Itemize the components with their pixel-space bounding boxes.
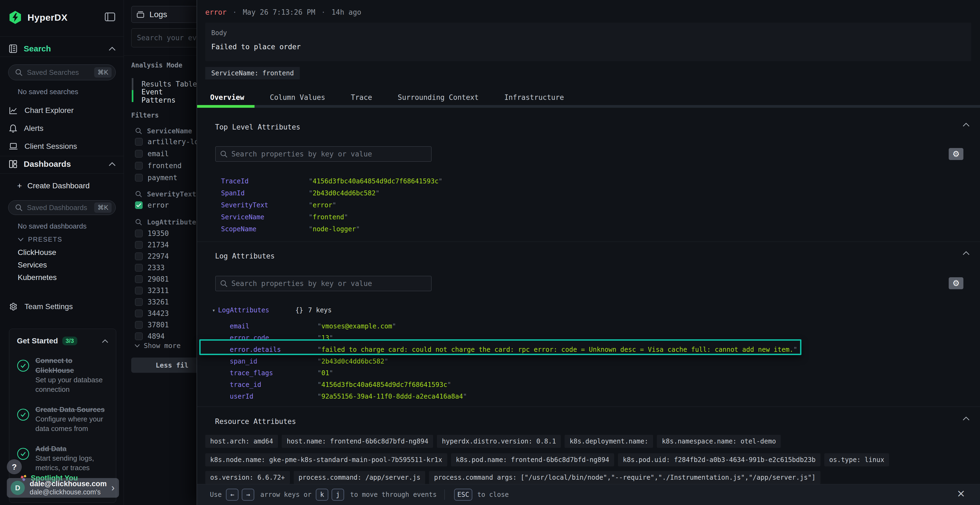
- log-attrs-search-box[interactable]: [215, 276, 431, 291]
- filter-option-artillery[interactable]: artillery-loa: [135, 137, 203, 146]
- checkbox[interactable]: [135, 310, 143, 317]
- filter-option-19350[interactable]: 19350: [135, 229, 169, 238]
- resource-tag[interactable]: k8s.deployment.name:: [565, 435, 653, 448]
- resource-tag[interactable]: hyperdx.distro.version: 0.8.1: [437, 435, 561, 448]
- filter-option-32311[interactable]: 32311: [135, 286, 169, 295]
- checkbox[interactable]: [135, 252, 143, 260]
- arrow-right-key: →: [242, 489, 254, 501]
- chevron-down-icon: [134, 344, 140, 348]
- tab-overview[interactable]: Overview: [210, 93, 244, 102]
- help-button[interactable]: ?: [7, 459, 22, 474]
- checkbox[interactable]: [135, 162, 143, 170]
- tab-trace[interactable]: Trace: [351, 93, 372, 102]
- filter-option-2333[interactable]: 2333: [135, 264, 165, 272]
- create-dashboard-button[interactable]: + Create Dashboard: [17, 181, 89, 191]
- app-logo[interactable]: HyperDX: [9, 10, 116, 24]
- get-started-step-add-data[interactable]: Add Data Start sending logs, metrics, or…: [17, 444, 108, 473]
- sidebar-item-dashboards[interactable]: Dashboards: [0, 156, 124, 172]
- top-level-search-box[interactable]: [215, 146, 431, 162]
- sidebar-item-team-settings[interactable]: Team Settings: [0, 301, 124, 313]
- mode-event-patterns[interactable]: Event Patterns: [132, 90, 197, 102]
- plus-icon: +: [17, 181, 22, 191]
- saved-dashboards-search[interactable]: ⌘K: [8, 200, 116, 215]
- bell-icon: [9, 124, 17, 133]
- checkbox[interactable]: [135, 241, 143, 249]
- filter-option-37801[interactable]: 37801: [135, 321, 169, 329]
- preset-clickhouse[interactable]: ClickHouse: [18, 248, 56, 257]
- checkbox[interactable]: [135, 298, 143, 306]
- service-name-chip[interactable]: ServiceName: frontend: [205, 67, 300, 79]
- user-team: dale@clickhouse.com's: [30, 488, 111, 496]
- collapse-section-icon[interactable]: [963, 122, 970, 127]
- tab-infrastructure[interactable]: Infrastructure: [504, 93, 564, 102]
- filter-option-frontend[interactable]: frontend: [135, 161, 181, 170]
- resource-tag[interactable]: k8s.namespace.name: otel-demo: [657, 435, 781, 448]
- preset-kubernetes[interactable]: Kubernetes: [18, 273, 57, 282]
- detail-tabs: Overview Column Values Trace Surrounding…: [197, 90, 980, 105]
- chevron-up-icon: [109, 162, 116, 166]
- tab-surrounding-context[interactable]: Surrounding Context: [398, 93, 479, 102]
- presets-toggle[interactable]: PRESETS: [18, 236, 62, 243]
- log-attributes-tree-root[interactable]: ▾ LogAttributes {} 7 keys: [212, 306, 332, 314]
- checkbox[interactable]: [135, 275, 143, 283]
- analysis-mode-label: Analysis Mode: [131, 62, 182, 69]
- resource-tag[interactable]: host.name: frontend-6b6c8d7bfd-ng894: [282, 435, 433, 448]
- close-icon[interactable]: ×: [956, 488, 965, 499]
- checkbox[interactable]: [135, 264, 143, 272]
- filter-option-22974[interactable]: 22974: [135, 252, 169, 260]
- resource-tag[interactable]: os.type: linux: [824, 453, 889, 466]
- checkbox-checked[interactable]: [135, 201, 143, 209]
- sidebar-item-client-sessions[interactable]: Client Sessions: [0, 140, 124, 152]
- get-started-step-connect[interactable]: Connect to ClickHouse Set up your databa…: [17, 356, 108, 394]
- filter-group-logattributes[interactable]: LogAttributes: [135, 218, 200, 226]
- show-more-button[interactable]: Show more: [134, 342, 180, 349]
- filter-option-33261[interactable]: 33261: [135, 298, 169, 306]
- resource-tag[interactable]: k8s.node.name: gke-pme-k8s-standard-main…: [205, 453, 447, 466]
- checkbox[interactable]: [135, 321, 143, 329]
- resource-tag[interactable]: k8s.pod.uid: f284fb2d-a0b3-4634-991b-e2c…: [618, 453, 821, 466]
- collapse-section-icon[interactable]: [963, 251, 970, 255]
- collapse-section-icon[interactable]: [963, 416, 970, 421]
- sidebar-item-chart-explorer[interactable]: Chart Explorer: [0, 105, 124, 116]
- filter-option-34423[interactable]: 34423: [135, 309, 169, 318]
- filter-group-servicename[interactable]: ServiceName: [135, 127, 192, 135]
- resource-tag[interactable]: process.command: /app/server.js: [294, 471, 425, 484]
- log-attributes-title: Log Attributes: [215, 252, 275, 260]
- preset-services[interactable]: Services: [18, 260, 47, 269]
- top-level-search-input[interactable]: [231, 150, 431, 158]
- get-started-step-sources[interactable]: Create Data Sources Configure where your…: [17, 405, 108, 434]
- search-filters-panel: Logs Analysis Mode Results Table Event P…: [124, 0, 205, 505]
- resource-tag[interactable]: k8s.pod.name: frontend-6b6c8d7bfd-ng894: [451, 453, 614, 466]
- checkbox[interactable]: [135, 332, 143, 340]
- resource-tag[interactable]: process.command args: ["/usr/local/bin/n…: [429, 471, 821, 484]
- gear-icon[interactable]: ⚙: [949, 148, 963, 160]
- braces-icon: {}: [295, 306, 303, 314]
- sidebar-item-search[interactable]: Search: [0, 41, 124, 57]
- saved-searches-search[interactable]: ⌘K: [8, 65, 116, 80]
- checkbox[interactable]: [135, 138, 143, 146]
- checkbox[interactable]: [135, 150, 143, 157]
- keyboard-hints-bar: Use ← → arrow keys or k j to move throug…: [197, 484, 980, 505]
- event-body-card: Body Failed to place order: [205, 22, 971, 61]
- saved-dashboards-input[interactable]: [27, 203, 94, 212]
- checkbox[interactable]: [135, 174, 143, 181]
- saved-searches-input[interactable]: [27, 68, 94, 77]
- filter-option-21734[interactable]: 21734: [135, 241, 169, 249]
- resource-tag[interactable]: host.arch: amd64: [205, 435, 278, 448]
- tab-column-values[interactable]: Column Values: [270, 93, 325, 102]
- chevron-up-icon[interactable]: [102, 339, 108, 343]
- filter-option-email[interactable]: email: [135, 149, 169, 158]
- checkbox[interactable]: [135, 287, 143, 294]
- filter-option-error[interactable]: error: [135, 201, 169, 210]
- filter-group-severitytext[interactable]: SeverityText: [135, 190, 196, 198]
- filter-option-29081[interactable]: 29081: [135, 275, 169, 284]
- sidebar-collapse-icon[interactable]: [105, 13, 115, 21]
- log-attrs-search-input[interactable]: [231, 279, 431, 287]
- resource-tag[interactable]: os.version: 6.6.72+: [205, 471, 290, 484]
- checkbox[interactable]: [135, 230, 143, 237]
- user-menu[interactable]: D dale@clickhouse.com dale@clickhouse.co…: [7, 478, 119, 498]
- gear-icon[interactable]: ⚙: [949, 277, 963, 289]
- filter-option-payment[interactable]: payment: [135, 173, 178, 182]
- sidebar-item-alerts[interactable]: Alerts: [0, 122, 124, 134]
- filter-option-4894[interactable]: 4894: [135, 332, 165, 341]
